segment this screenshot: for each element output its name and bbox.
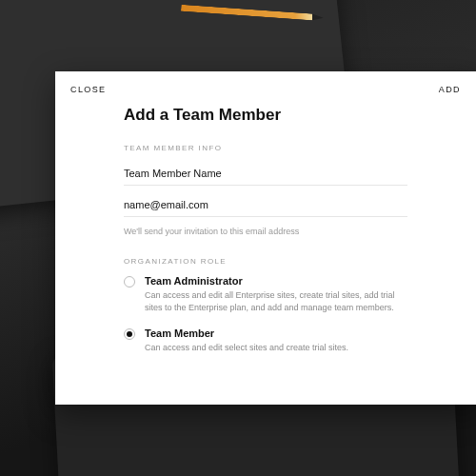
radio-icon [124,328,135,340]
add-button[interactable]: ADD [439,85,461,94]
radio-desc: Can access and edit all Enterprise sites… [145,289,407,314]
radio-team-administrator[interactable]: Team Administrator Can access and edit a… [124,275,407,314]
email-input[interactable] [124,193,407,217]
section-label-info: TEAM MEMBER INFO [124,144,407,152]
section-label-role: ORGANIZATION ROLE [124,257,407,266]
radio-icon [124,276,135,288]
modal-title: Add a Team Member [124,106,407,125]
radio-title: Team Member [145,327,407,339]
radio-text: Team Member Can access and edit select s… [145,327,407,354]
name-input[interactable] [124,162,407,186]
radio-team-member[interactable]: Team Member Can access and edit select s… [124,327,407,354]
modal-body: Add a Team Member TEAM MEMBER INFO We'll… [55,102,476,354]
radio-text: Team Administrator Can access and edit a… [145,275,407,314]
radio-desc: Can access and edit select sites and cre… [145,342,407,354]
radio-title: Team Administrator [145,275,407,287]
add-team-member-modal: CLOSE ADD Add a Team Member TEAM MEMBER … [55,71,476,405]
close-button[interactable]: CLOSE [70,85,107,94]
modal-header: CLOSE ADD [55,71,476,102]
email-hint: We'll send your invitation to this email… [124,227,407,236]
